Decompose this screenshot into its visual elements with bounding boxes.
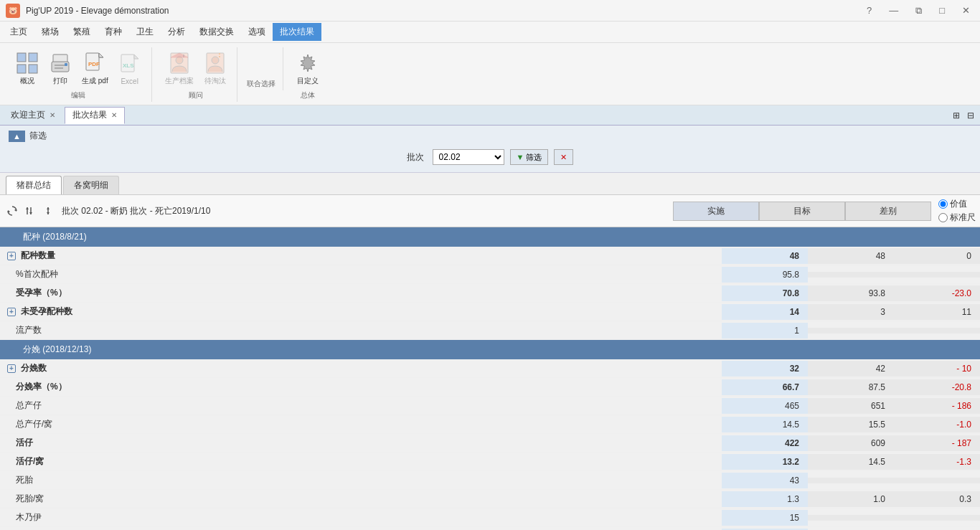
menu-item-analysis[interactable]: 分析 (161, 23, 192, 41)
menu-item-batch[interactable]: 批次结果 (273, 23, 321, 41)
radio-standard-input[interactable] (938, 213, 948, 222)
filter-icon: ▼ (517, 153, 524, 161)
section-breeding-title: 配种 (2018/8/21) (23, 231, 87, 243)
row-non-pregnant-actual: 14 (722, 304, 808, 320)
filter-collapse-btn[interactable]: ▲ (9, 131, 25, 142)
row-abortion: 流产数 1 (0, 321, 980, 340)
help-button[interactable]: ? (862, 4, 876, 17)
excel-button[interactable]: XLS Excel (114, 50, 146, 88)
section-breeding-toggle[interactable]: − (7, 233, 16, 242)
menu-item-health[interactable]: 卫生 (129, 23, 161, 41)
row-live-per-litter-label: 活仔/窝 (0, 453, 722, 470)
col-header-diff[interactable]: 差别 (845, 202, 931, 221)
row-stillborn-per-litter-actual: 1.3 (722, 491, 808, 507)
menu-item-breeding[interactable]: 繁殖 (66, 23, 98, 41)
tab-expand-icon[interactable]: ⊟ (964, 109, 977, 122)
app-title: Pig'UP 2019 - Elevage démonstration (26, 6, 169, 16)
tab-batch[interactable]: 批次结果 ✕ (65, 107, 125, 124)
tab-grid-icon[interactable]: ⊞ (950, 109, 963, 122)
title-bar: 🐷 Pig'UP 2019 - Elevage démonstration ? … (0, 0, 980, 22)
row-first-mating-pct-actual: 95.8 (722, 267, 808, 283)
plus-icon-3[interactable]: + (7, 364, 16, 373)
section-farrowing[interactable]: − 分娩 (2018/12/13) (0, 340, 980, 359)
row-live-born-diff: - 187 (894, 435, 980, 451)
row-live-per-litter-target: 14.5 (808, 454, 894, 470)
toolbar: 概况 打印 PDF 生成 pdf XLS Excel 编辑 (0, 43, 980, 105)
row-live-born-actual: 422 (722, 435, 808, 451)
radio-standard[interactable]: 标准尺 (938, 212, 976, 224)
row-stillborn-per-litter-label: 死胎/窝 (0, 490, 722, 508)
minimize-button[interactable]: — (885, 4, 903, 17)
plus-icon-2[interactable]: + (7, 308, 16, 316)
filter-header: ▲ 筛选 (9, 130, 971, 142)
row-total-born-per-litter-target: 15.5 (808, 417, 894, 432)
toolbar-group-combined: 联合选择 (240, 47, 283, 90)
waiting-button[interactable]: 待淘汰 (199, 49, 231, 89)
row-total-born-actual: 465 (722, 398, 808, 414)
batch-select[interactable]: 02.02 (433, 149, 504, 165)
menu-item-home[interactable]: 主页 (3, 23, 34, 41)
tab-welcome-close[interactable]: ✕ (50, 111, 55, 119)
filter-panel: ▲ 筛选 批次 02.02 ▼ 筛选 ✕ (0, 126, 980, 173)
filter-button[interactable]: ▼ 筛选 (510, 149, 549, 165)
row-conception-rate-target: 93.8 (808, 285, 894, 301)
sub-tab-litter-label: 各窝明细 (74, 180, 108, 190)
plus-icon-1[interactable]: + (7, 252, 16, 260)
svg-rect-6 (55, 65, 66, 66)
row-live-born-label: 活仔 (0, 434, 722, 452)
overview-label: 概况 (20, 76, 34, 86)
tab-welcome[interactable]: 欢迎主页 ✕ (3, 107, 63, 124)
col-header-actual[interactable]: 实施 (673, 202, 759, 221)
refresh-button[interactable] (4, 203, 20, 219)
svg-marker-32 (47, 207, 50, 209)
menu-item-farm[interactable]: 猪场 (34, 23, 66, 41)
row-mating-count: + 配种数量 48 48 0 (0, 247, 980, 265)
sub-tab-herd[interactable]: 猪群总结 (6, 176, 62, 194)
menu-item-exchange[interactable]: 数据交换 (192, 23, 241, 41)
row-abortion-label: 流产数 (0, 321, 722, 339)
tabs-row: 欢迎主页 ✕ 批次结果 ✕ ⊞ ⊟ (0, 105, 980, 126)
batch-label: 批次 (407, 151, 424, 164)
advisor-group-label: 顾问 (189, 90, 203, 100)
breeding-record-button[interactable]: 生产档案 (161, 49, 198, 89)
pdf-button[interactable]: PDF 生成 pdf (77, 49, 113, 89)
row-live-per-litter: 活仔/窝 13.2 14.5 -1.3 (0, 453, 980, 471)
radio-value[interactable]: 价值 (938, 198, 976, 210)
menu-item-options[interactable]: 选项 (241, 23, 273, 41)
tab-batch-close[interactable]: ✕ (111, 111, 117, 119)
breeding-record-icon (168, 52, 191, 75)
app-icon: 🐷 (6, 4, 20, 18)
title-bar-right: ? — ⧉ □ ✕ (862, 4, 974, 18)
excel-icon: XLS (118, 53, 141, 76)
radio-value-input[interactable] (938, 199, 948, 209)
menu-item-genetics[interactable]: 育种 (98, 23, 129, 41)
svg-marker-33 (47, 212, 50, 214)
combined-group-label: 联合选择 (247, 79, 275, 89)
row-abortion-diff (894, 328, 980, 333)
tab-welcome-label: 欢迎主页 (11, 109, 45, 121)
col-header-target[interactable]: 目标 (759, 202, 845, 221)
sort-up-button[interactable] (22, 203, 38, 219)
section-breeding[interactable]: − 配种 (2018/8/21) (0, 227, 980, 247)
pdf-label: 生成 pdf (82, 76, 108, 86)
radio-value-label: 价值 (950, 198, 967, 210)
row-stillborn-per-litter-target: 1.0 (808, 491, 894, 507)
row-mummy-target (808, 515, 894, 521)
maximize-button[interactable]: □ (935, 4, 949, 17)
row-total-born-label: 总产仔 (0, 397, 722, 415)
restore-button[interactable]: ⧉ (911, 4, 926, 18)
row-non-pregnant-label: + 未受孕配种数 (0, 303, 722, 321)
row-mating-count-actual: 48 (722, 248, 808, 264)
custom-button[interactable]: 目定义 (292, 49, 324, 89)
section-farrowing-toggle[interactable]: − (7, 346, 16, 354)
print-button[interactable]: 打印 (44, 49, 76, 89)
sort-down-button[interactable] (40, 203, 56, 219)
close-button[interactable]: ✕ (958, 4, 974, 17)
toolbar-group-advisor: 生产档案 待淘汰 顾问 (155, 47, 237, 102)
general-group-label: 总体 (301, 90, 315, 100)
sub-tab-litter[interactable]: 各窝明细 (63, 176, 119, 194)
overview-button[interactable]: 概况 (11, 49, 43, 89)
svg-rect-0 (17, 53, 26, 62)
clear-filter-button[interactable]: ✕ (554, 149, 573, 165)
print-label: 打印 (53, 76, 67, 86)
